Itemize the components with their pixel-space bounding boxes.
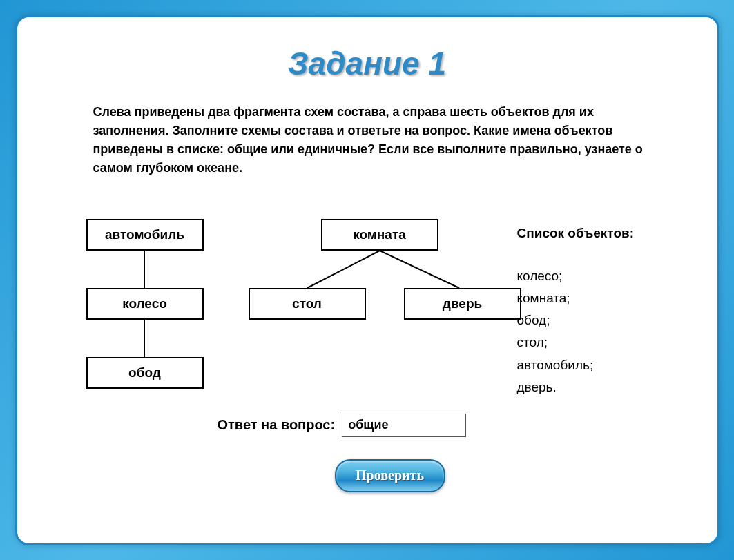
- svg-line-1: [380, 251, 459, 288]
- diagram-area: автомобиль колесо обод комната стол двер…: [38, 212, 697, 474]
- object-list: колесо; комната; обод; стол; автомобиль;…: [517, 265, 676, 399]
- svg-line-0: [307, 251, 380, 288]
- list-item: автомобиль;: [517, 354, 676, 376]
- diagram-node-table[interactable]: стол: [249, 288, 366, 320]
- answer-label: Ответ на вопрос:: [218, 417, 336, 433]
- list-item: обод;: [517, 309, 676, 331]
- connector-branch: [300, 251, 466, 289]
- check-button[interactable]: Проверить: [335, 459, 445, 492]
- object-list-title: Список объектов:: [517, 226, 676, 241]
- diagram-node-rim[interactable]: обод: [86, 357, 204, 389]
- diagram-node-door[interactable]: дверь: [404, 288, 521, 320]
- answer-input[interactable]: [342, 414, 466, 437]
- diagram-node-auto[interactable]: автомобиль: [86, 219, 204, 251]
- list-item: колесо;: [517, 265, 676, 287]
- list-item: комната;: [517, 287, 676, 309]
- task-frame: Задание 1 Слева приведены два фрагмента …: [15, 15, 719, 545]
- task-instructions: Слева приведены два фрагмента схем соста…: [93, 103, 655, 177]
- connector-line: [144, 320, 145, 357]
- list-item: стол;: [517, 331, 676, 354]
- connector-line: [144, 251, 145, 288]
- answer-row: Ответ на вопрос:: [218, 414, 467, 437]
- diagram-node-room[interactable]: комната: [321, 219, 438, 251]
- task-title: Задание 1: [38, 45, 697, 82]
- diagram-node-wheel[interactable]: колесо: [86, 288, 204, 320]
- list-item: дверь.: [517, 376, 676, 398]
- object-list-panel: Список объектов: колесо; комната; обод; …: [517, 226, 676, 399]
